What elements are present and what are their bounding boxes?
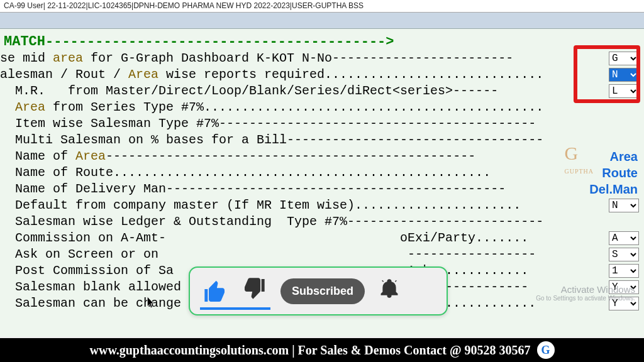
row-name-delman: Name of Delivery Man--------------------… — [0, 181, 644, 197]
like-underline — [200, 307, 270, 310]
notifications-button[interactable] — [379, 278, 400, 304]
row-item-salesman: Item wise Salesman Type #7%-------------… — [0, 116, 644, 132]
row-area-series: Area from Series Type #7%...............… — [0, 99, 644, 116]
row-commission: Commission on A-Amt- oExi/Party....... A — [0, 230, 644, 246]
row-mr-source: M.R. from Master/Direct/Loop/Blank/Serie… — [0, 83, 644, 99]
label-route: Route — [602, 165, 644, 181]
window-titlebar: CA-99 User| 22-11-2022|LIC-1024365|DPNH-… — [0, 0, 644, 13]
subscribed-button[interactable]: Subscribed — [280, 278, 365, 304]
row-name-area: Name of Area----------------------------… — [0, 148, 644, 165]
select-graph-mode[interactable]: G — [609, 52, 639, 65]
header-arrow: ----------------------------------------… — [45, 34, 394, 50]
select-commission[interactable]: A — [609, 231, 639, 245]
row-graph-dashboard: se mid area for G-Graph Dashboard K-KOT … — [0, 50, 644, 67]
like-button[interactable] — [203, 280, 228, 302]
footer-logo-icon: G — [537, 341, 555, 359]
row-area-reports: alesman / Rout / Area wise reports requi… — [0, 67, 644, 83]
row-ledger-outstanding: Salesman wise Ledger & Outstanding Type … — [0, 214, 644, 230]
window-chrome-band — [0, 13, 644, 29]
row-default-company: Default from company master (If MR Item … — [0, 197, 644, 214]
activate-windows-watermark: Activate Windows Go to Settings to activ… — [536, 285, 635, 302]
label-delman: Del.Man — [589, 181, 644, 197]
section-header: MATCH-----------------------------------… — [0, 34, 644, 50]
row-multi-salesman: Multi Salesman on % bases for a Bill----… — [0, 132, 644, 148]
youtube-overlay: Subscribed — [189, 266, 448, 315]
select-post-commission[interactable]: 1 — [609, 264, 639, 278]
select-area-reports[interactable]: N — [609, 68, 639, 82]
select-default-company[interactable]: N — [609, 199, 639, 212]
row-name-route: Name of Route...........................… — [0, 165, 644, 181]
footer-text: www.gupthaaccountingsolutions.com | For … — [90, 343, 531, 358]
label-area: Area — [610, 148, 644, 165]
select-ask-screen[interactable]: S — [609, 248, 639, 261]
select-mr-source[interactable]: L — [609, 84, 639, 98]
thumb-down-icon — [242, 276, 267, 301]
bell-icon — [379, 278, 400, 299]
form-area: MATCH-----------------------------------… — [0, 29, 644, 337]
dislike-button[interactable] — [242, 276, 267, 306]
footer-banner: www.gupthaaccountingsolutions.com | For … — [0, 338, 644, 362]
thumb-up-icon — [203, 280, 228, 305]
row-ask-screen: Ask on Screen or on ----------------- S — [0, 246, 644, 263]
header-label: MATCH — [4, 34, 45, 50]
